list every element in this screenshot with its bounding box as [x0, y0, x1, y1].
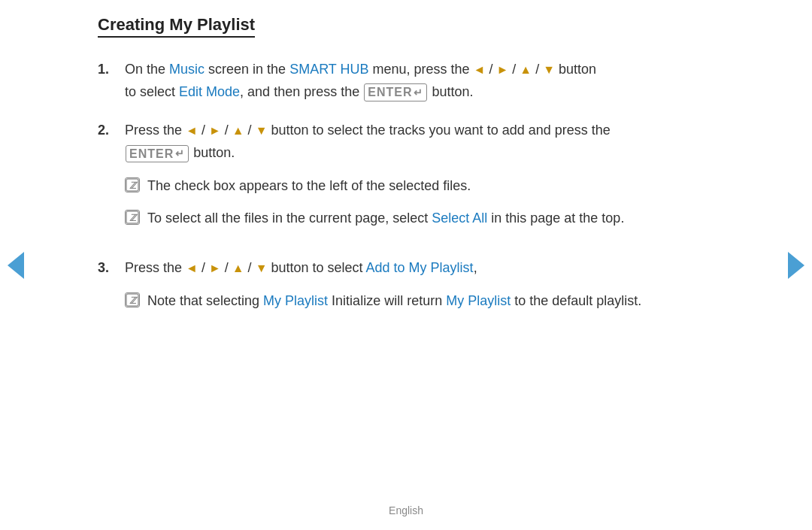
note-icon-2: ℤ — [125, 210, 140, 225]
step-3-content: Press the ◄ / ► / ▲ / ▼ button to select… — [125, 257, 714, 323]
arrow-down-1: ▼ — [543, 63, 555, 76]
my-playlist-label-1: My Playlist — [263, 293, 328, 308]
svg-text:ℤ: ℤ — [129, 180, 138, 191]
note-icon-3: ℤ — [125, 292, 140, 307]
svg-text:ℤ: ℤ — [129, 213, 138, 223]
arrow-right-1: ► — [496, 63, 508, 76]
note-2-2: ℤ To select all the files in the current… — [125, 207, 714, 230]
edit-mode-label: Edit Mode — [179, 84, 240, 99]
step-1: 1. On the Music screen in the SMART HUB … — [98, 59, 714, 103]
arrow-up-2: ▲ — [232, 124, 244, 137]
music-label: Music — [169, 62, 205, 77]
enter-button-1: ENTER↵ — [364, 83, 427, 101]
add-to-my-playlist-label: Add to My Playlist — [366, 260, 474, 275]
arrow-up-3: ▲ — [232, 262, 244, 274]
page-title: Creating My Playlist — [98, 15, 255, 38]
note-icon-1: ℤ — [125, 177, 140, 192]
step-2-notes: ℤ The check box appears to the left of t… — [125, 175, 714, 230]
note-3-1-text: Note that selecting My Playlist Initiali… — [147, 290, 714, 313]
step-3-text: Press the ◄ / ► / ▲ / ▼ button to select… — [125, 257, 714, 280]
step-list: 1. On the Music screen in the SMART HUB … — [98, 59, 714, 323]
arrow-symbols-3: ◄ — [186, 262, 198, 274]
arrow-symbols-2: ◄ — [186, 124, 198, 137]
arrow-up-1: ▲ — [520, 63, 532, 76]
step-3: 3. Press the ◄ / ► / ▲ / ▼ button to sel… — [98, 257, 714, 323]
arrow-symbols-1: ◄ — [474, 63, 486, 76]
smart-hub-label: SMART HUB — [289, 62, 368, 77]
my-playlist-label-2: My Playlist — [446, 293, 511, 308]
step-1-content: On the Music screen in the SMART HUB men… — [125, 59, 714, 103]
svg-text:ℤ: ℤ — [129, 295, 138, 306]
arrow-down-2: ▼ — [256, 124, 268, 137]
note-3-1: ℤ Note that selecting My Playlist Initia… — [125, 290, 714, 313]
arrow-right-2: ► — [209, 124, 221, 137]
note-2-2-text: To select all the files in the current p… — [147, 207, 714, 230]
arrow-down-3: ▼ — [256, 262, 268, 274]
nav-arrow-left[interactable] — [8, 252, 24, 279]
step-3-number: 3. — [98, 257, 120, 279]
step-2-number: 2. — [98, 120, 120, 141]
step-2-content: Press the ◄ / ► / ▲ / ▼ button to select… — [125, 120, 714, 241]
step-2: 2. Press the ◄ / ► / ▲ / ▼ button to sel… — [98, 120, 714, 241]
step-3-notes: ℤ Note that selecting My Playlist Initia… — [125, 290, 714, 313]
nav-arrow-right[interactable] — [788, 252, 804, 279]
step-1-number: 1. — [98, 59, 120, 80]
step-1-text: On the Music screen in the SMART HUB men… — [125, 59, 714, 103]
footer-language: English — [389, 504, 423, 516]
note-2-1-text: The check box appears to the left of the… — [147, 175, 714, 198]
select-all-label: Select All — [432, 210, 487, 226]
enter-button-2: ENTER↵ — [126, 145, 189, 162]
step-2-text: Press the ◄ / ► / ▲ / ▼ button to select… — [125, 120, 714, 164]
note-2-1: ℤ The check box appears to the left of t… — [125, 175, 714, 198]
arrow-right-3: ► — [209, 262, 221, 274]
